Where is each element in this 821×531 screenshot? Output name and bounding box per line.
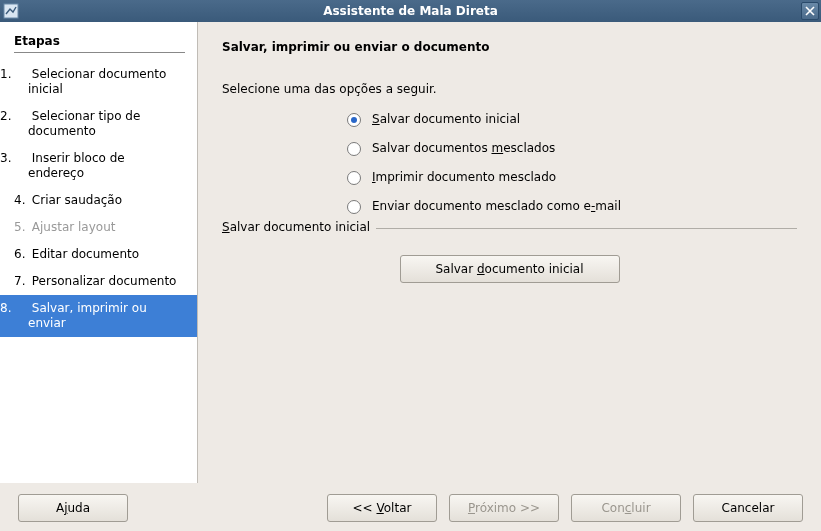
close-button[interactable]	[801, 2, 819, 20]
title-bar: Assistente de Mala Direta	[0, 0, 821, 22]
dialog-body: Etapas 1. Selecionar documento inicial2.…	[0, 22, 821, 531]
opt-save-initial[interactable]	[347, 113, 361, 127]
back-button[interactable]: << Voltar	[327, 494, 437, 522]
opt-print-merged[interactable]	[347, 171, 361, 185]
step-item-4[interactable]: 4. Criar saudação	[0, 187, 197, 214]
page-content: Salvar, imprimir ou enviar o documento S…	[198, 22, 821, 483]
step-item-2[interactable]: 2. Selecionar tipo de documento	[0, 103, 197, 145]
cancel-button[interactable]: Cancelar	[693, 494, 803, 522]
option-row-3: Enviar documento mesclado como e-mail	[342, 197, 797, 214]
next-button[interactable]: Próximo >>	[449, 494, 559, 522]
help-button[interactable]: Ajuda	[18, 494, 128, 522]
opt-send-email[interactable]	[347, 200, 361, 214]
finish-button[interactable]: Concluir	[571, 494, 681, 522]
steps-sidebar: Etapas 1. Selecionar documento inicial2.…	[0, 22, 198, 483]
steps-list: 1. Selecionar documento inicial2. Seleci…	[0, 61, 197, 337]
dialog-footer: Ajuda << Voltar Próximo >> Concluir Canc…	[0, 483, 821, 531]
option-row-2: Imprimir documento mesclado	[342, 168, 797, 185]
opt-save-merged-label[interactable]: Salvar documentos mesclados	[372, 141, 555, 155]
svg-rect-0	[4, 4, 18, 18]
app-icon	[0, 0, 22, 22]
step-item-7[interactable]: 7. Personalizar documento	[0, 268, 197, 295]
main-area: Etapas 1. Selecionar documento inicial2.…	[0, 22, 821, 483]
step-item-6[interactable]: 6. Editar documento	[0, 241, 197, 268]
sidebar-title: Etapas	[14, 34, 185, 53]
opt-save-merged[interactable]	[347, 142, 361, 156]
group-legend: Salvar documento inicial	[222, 220, 376, 234]
step-item-1[interactable]: 1. Selecionar documento inicial	[0, 61, 197, 103]
step-item-5: 5. Ajustar layout	[0, 214, 197, 241]
page-heading: Salvar, imprimir ou enviar o documento	[222, 40, 797, 54]
opt-print-merged-label[interactable]: Imprimir documento mesclado	[372, 170, 556, 184]
save-initial-document-button[interactable]: Salvar documento inicial	[400, 255, 620, 283]
option-row-1: Salvar documentos mesclados	[342, 139, 797, 156]
window-title: Assistente de Mala Direta	[0, 4, 821, 18]
step-item-3[interactable]: 3. Inserir bloco de endereço	[0, 145, 197, 187]
option-row-0: Salvar documento inicial	[342, 110, 797, 127]
page-intro: Selecione uma das opções a seguir.	[222, 82, 797, 96]
opt-save-initial-label[interactable]: Salvar documento inicial	[372, 112, 520, 126]
options-group: Salvar documento inicialSalvar documento…	[342, 110, 797, 214]
opt-send-email-label[interactable]: Enviar documento mesclado como e-mail	[372, 199, 621, 213]
save-initial-group: Salvar documento inicial Salvar document…	[222, 228, 797, 283]
step-item-8[interactable]: 8. Salvar, imprimir ou enviar	[0, 295, 197, 337]
